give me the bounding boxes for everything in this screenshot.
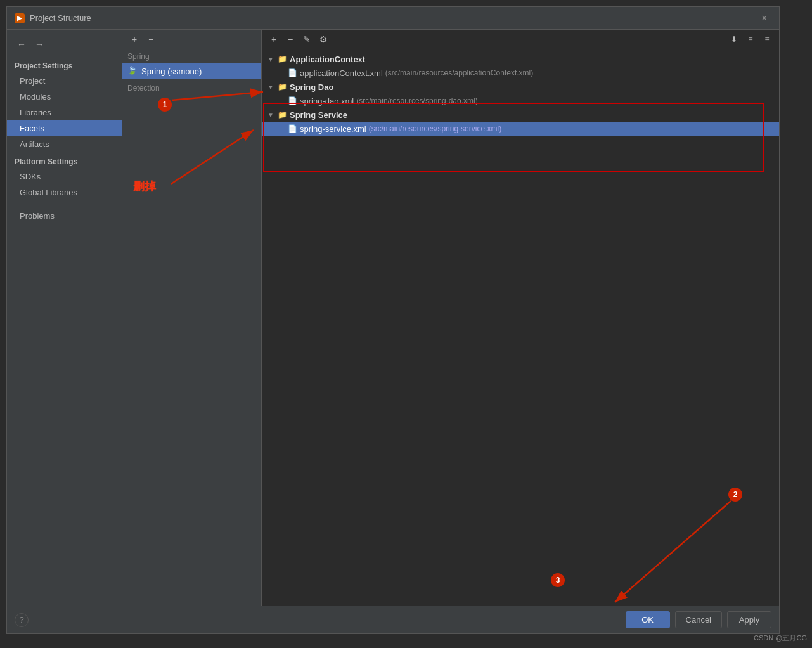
icon-spring-dao-xml: 📄 [287, 96, 297, 106]
sidebar-item-sdks[interactable]: SDKs [7, 169, 122, 185]
ok-button[interactable]: OK [626, 611, 670, 628]
tree-item-spring-dao[interactable]: ▼ 📁 Spring Dao [262, 80, 779, 94]
project-structure-dialog: ▶ Project Structure × ← → Project Settin… [6, 6, 780, 634]
arrow-spring-service: ▼ [267, 111, 274, 119]
right-edit-button[interactable]: ✎ [300, 32, 314, 46]
sidebar-item-global-libraries[interactable]: Global Libraries [7, 185, 122, 200]
path-spring-service-xml: (src/main/resources/spring-service.xml) [369, 124, 501, 133]
path-app-context-xml: (src/main/resources/applicationContext.x… [385, 68, 533, 77]
nav-back-button[interactable]: ← [15, 37, 29, 51]
label-app-context-xml: applicationContext.xml [300, 68, 383, 78]
sidebar-item-artifacts[interactable]: Artifacts [7, 136, 122, 152]
spring-header-label: Spring [122, 49, 261, 63]
collapse-button[interactable]: ≡ [760, 32, 774, 46]
filter-button[interactable]: ≡ [744, 32, 757, 46]
spring-leaf-icon: 🍃 [127, 66, 138, 76]
cancel-button[interactable]: Cancel [675, 611, 722, 628]
icon-spring-service: 📁 [277, 110, 287, 120]
watermark: CSDN @五月CG [754, 633, 807, 643]
sidebar-item-modules[interactable]: Modules [7, 89, 122, 105]
arrow-spring-dao: ▼ [267, 83, 274, 91]
icon-spring-dao: 📁 [277, 82, 287, 92]
detection-label: Detection [122, 81, 261, 95]
sort-button[interactable]: ⬇ [727, 32, 741, 46]
middle-pane: + − Spring 🍃 Spring (ssmone) Detection [122, 30, 262, 606]
label-spring-service-xml: spring-service.xml [300, 124, 366, 134]
platform-settings-label: Platform Settings [7, 155, 122, 169]
spring-item-label: Spring (ssmone) [141, 67, 202, 76]
path-spring-dao-xml: (src/main/resources/spring-dao.xml) [356, 96, 477, 105]
sidebar-item-project[interactable]: Project [7, 73, 122, 89]
sidebar: ← → Project Settings Project Modules Lib… [7, 30, 122, 606]
help-button[interactable]: ? [15, 613, 29, 627]
label-spring-dao: Spring Dao [290, 82, 333, 92]
dialog-body: ← → Project Settings Project Modules Lib… [7, 30, 779, 606]
label-spring-dao-xml: spring-dao.xml [300, 96, 354, 106]
tree-item-app-context[interactable]: ▼ 📁 ApplicationContext [262, 52, 779, 66]
tree-item-app-context-xml[interactable]: 📄 applicationContext.xml (src/main/resou… [262, 66, 779, 80]
sidebar-item-problems[interactable]: Problems [7, 208, 122, 224]
icon-app-context-xml: 📄 [287, 68, 297, 78]
tree-item-spring-service[interactable]: ▼ 📁 Spring Service [262, 108, 779, 122]
project-settings-label: Project Settings [7, 59, 122, 73]
tree-item-spring-service-xml[interactable]: 📄 spring-service.xml (src/main/resources… [262, 122, 779, 136]
right-add-button[interactable]: + [267, 32, 281, 46]
tree-area: ▼ 📁 ApplicationContext 📄 applicationCont… [262, 49, 779, 606]
close-button[interactable]: × [761, 13, 771, 23]
spring-item[interactable]: 🍃 Spring (ssmone) [122, 63, 261, 79]
app-icon: ▶ [15, 13, 25, 23]
label-app-context: ApplicationContext [290, 55, 365, 64]
middle-remove-button[interactable]: − [144, 32, 158, 46]
middle-add-button[interactable]: + [127, 32, 141, 46]
right-remove-button[interactable]: − [283, 32, 297, 46]
right-toolbar: + − ✎ ⚙ ⬇ ≡ ≡ [262, 30, 779, 49]
sidebar-item-libraries[interactable]: Libraries [7, 105, 122, 120]
dialog-title: Project Structure [30, 13, 761, 23]
sidebar-item-facets[interactable]: Facets [7, 120, 122, 136]
nav-forward-button[interactable]: → [32, 37, 46, 51]
arrow-app-context: ▼ [267, 55, 274, 63]
right-settings-button[interactable]: ⚙ [316, 32, 330, 46]
middle-toolbar: + − [122, 30, 261, 49]
title-bar: ▶ Project Structure × [7, 7, 779, 30]
bottom-bar: ? OK Cancel Apply [7, 606, 779, 633]
apply-button[interactable]: Apply [727, 611, 771, 628]
right-pane: + − ✎ ⚙ ⬇ ≡ ≡ ▼ 📁 ApplicationContext 📄 a [262, 30, 779, 606]
icon-spring-service-xml: 📄 [287, 124, 297, 134]
label-spring-service: Spring Service [290, 110, 347, 120]
icon-app-context: 📁 [277, 54, 287, 64]
tree-item-spring-dao-xml[interactable]: 📄 spring-dao.xml (src/main/resources/spr… [262, 94, 779, 108]
